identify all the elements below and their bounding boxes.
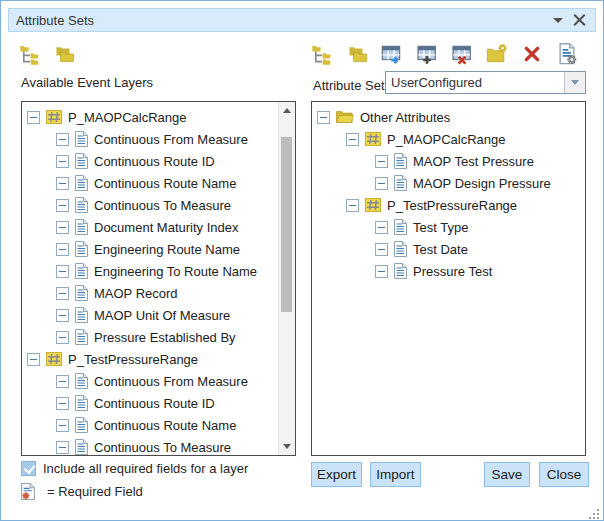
tree-item[interactable]: Other Attributes xyxy=(312,106,585,128)
attribute-set-combo-dropdown-button[interactable] xyxy=(564,72,585,93)
tree-item[interactable]: Continuous To Measure xyxy=(22,436,278,455)
export-button[interactable]: Export xyxy=(311,462,362,487)
attribute-set-combo[interactable]: UserConfigured xyxy=(385,71,586,94)
tree-item-label: MAOP Unit Of Measure xyxy=(94,308,230,323)
tree-item[interactable]: Engineering Route Name xyxy=(22,238,278,260)
scroll-up-icon[interactable] xyxy=(279,102,295,119)
remove-field-button[interactable] xyxy=(453,42,476,65)
tree-item-label: Engineering Route Name xyxy=(94,242,240,257)
minus-expander-icon[interactable] xyxy=(56,397,69,410)
tree-item[interactable]: P_MAOPCalcRange xyxy=(22,106,278,128)
minus-expander-icon[interactable] xyxy=(56,265,69,278)
tree-item[interactable]: Engineering To Route Name xyxy=(22,260,278,282)
minus-expander-icon[interactable] xyxy=(346,199,359,212)
expand-layers-tree-button[interactable] xyxy=(21,42,44,65)
add-field-button[interactable] xyxy=(418,42,441,65)
field-document-icon xyxy=(394,219,407,235)
tree-item[interactable]: Test Date xyxy=(312,238,585,260)
field-document-icon xyxy=(75,285,88,301)
folder-icon xyxy=(336,110,354,124)
tree-item[interactable]: Continuous Route Name xyxy=(22,414,278,436)
minus-expander-icon[interactable] xyxy=(375,265,388,278)
scroll-down-icon[interactable] xyxy=(279,438,295,455)
resize-grip[interactable] xyxy=(589,506,600,517)
tree-item[interactable]: Pressure Established By xyxy=(22,326,278,348)
tree-item-label: P_MAOPCalcRange xyxy=(387,132,506,147)
collapse-set-folders-button[interactable] xyxy=(348,42,371,65)
attribute-set-properties-button[interactable] xyxy=(558,42,581,65)
tree-item-label: Continuous Route ID xyxy=(94,396,215,411)
minus-expander-icon[interactable] xyxy=(56,133,69,146)
field-document-icon xyxy=(75,307,88,323)
field-document-icon xyxy=(75,219,88,235)
tree-item-label: Test Date xyxy=(413,242,468,257)
expand-set-tree-button[interactable] xyxy=(313,42,336,65)
minus-expander-icon[interactable] xyxy=(56,243,69,256)
tree-item-label: MAOP Design Pressure xyxy=(413,176,551,191)
minus-expander-icon[interactable] xyxy=(375,221,388,234)
minus-expander-icon[interactable] xyxy=(317,111,330,124)
minus-expander-icon[interactable] xyxy=(27,111,40,124)
event-layer-icon xyxy=(365,198,381,212)
available-event-layers-panel: P_MAOPCalcRangeContinuous From MeasureCo… xyxy=(21,101,296,456)
minus-expander-icon[interactable] xyxy=(346,133,359,146)
tree-item-label: MAOP Record xyxy=(94,286,178,301)
close-button[interactable]: Close xyxy=(539,462,589,487)
minus-expander-icon[interactable] xyxy=(56,419,69,432)
tree-item-label: Continuous To Measure xyxy=(94,198,231,213)
tree-item[interactable]: Continuous Route Name xyxy=(22,172,278,194)
minus-expander-icon[interactable] xyxy=(56,177,69,190)
tree-item-label: Test Type xyxy=(413,220,468,235)
new-attribute-set-button[interactable] xyxy=(488,42,511,65)
delete-attribute-set-button[interactable] xyxy=(523,42,546,65)
tree-item[interactable]: Test Type xyxy=(312,216,585,238)
tree-item-label: Pressure Established By xyxy=(94,330,236,345)
dock-menu-icon[interactable] xyxy=(553,18,563,23)
layers-tree-icon xyxy=(19,43,41,65)
minus-expander-icon[interactable] xyxy=(56,287,69,300)
minus-expander-icon[interactable] xyxy=(27,353,40,366)
minus-expander-icon[interactable] xyxy=(375,155,388,168)
tree-item[interactable]: MAOP Test Pressure xyxy=(312,150,585,172)
tree-item-label: MAOP Test Pressure xyxy=(413,154,534,169)
tree-item[interactable]: Continuous From Measure xyxy=(22,128,278,150)
tree-item[interactable]: Continuous Route ID xyxy=(22,150,278,172)
minus-expander-icon[interactable] xyxy=(375,177,388,190)
attribute-set-combo-value[interactable]: UserConfigured xyxy=(386,72,564,93)
tree-item[interactable]: P_TestPressureRange xyxy=(22,348,278,370)
scrollbar-thumb[interactable] xyxy=(281,137,292,312)
minus-expander-icon[interactable] xyxy=(56,441,69,454)
field-document-icon xyxy=(75,439,88,455)
attribute-sets-dialog: Attribute Sets xyxy=(0,0,604,521)
tree-item[interactable]: MAOP Record xyxy=(22,282,278,304)
minus-expander-icon[interactable] xyxy=(56,309,69,322)
field-document-icon xyxy=(394,241,407,257)
include-required-fields-checkbox[interactable] xyxy=(21,461,36,476)
import-button[interactable]: Import xyxy=(370,462,421,487)
tree-item[interactable]: Continuous To Measure xyxy=(22,194,278,216)
tree-item-label: Other Attributes xyxy=(360,110,450,125)
tree-item[interactable]: P_TestPressureRange xyxy=(312,194,585,216)
tree-item[interactable]: P_MAOPCalcRange xyxy=(312,128,585,150)
collapse-folders-button[interactable] xyxy=(55,42,78,65)
tree-item[interactable]: Document Maturity Index xyxy=(22,216,278,238)
new-attribute-set-folder-icon xyxy=(486,43,508,65)
minus-expander-icon[interactable] xyxy=(375,243,388,256)
tree-item-label: Continuous To Measure xyxy=(94,440,231,455)
export-table-button[interactable] xyxy=(383,42,406,65)
minus-expander-icon[interactable] xyxy=(56,375,69,388)
tree-item[interactable]: Pressure Test xyxy=(312,260,585,282)
field-document-icon xyxy=(75,153,88,169)
close-icon[interactable] xyxy=(573,14,586,27)
tree-item[interactable]: MAOP Unit Of Measure xyxy=(22,304,278,326)
field-document-icon xyxy=(394,153,407,169)
save-button[interactable]: Save xyxy=(484,462,530,487)
minus-expander-icon[interactable] xyxy=(56,331,69,344)
minus-expander-icon[interactable] xyxy=(56,155,69,168)
vertical-scrollbar[interactable] xyxy=(278,102,295,455)
tree-item[interactable]: MAOP Design Pressure xyxy=(312,172,585,194)
tree-item[interactable]: Continuous From Measure xyxy=(22,370,278,392)
tree-item[interactable]: Continuous Route ID xyxy=(22,392,278,414)
minus-expander-icon[interactable] xyxy=(56,199,69,212)
minus-expander-icon[interactable] xyxy=(56,221,69,234)
